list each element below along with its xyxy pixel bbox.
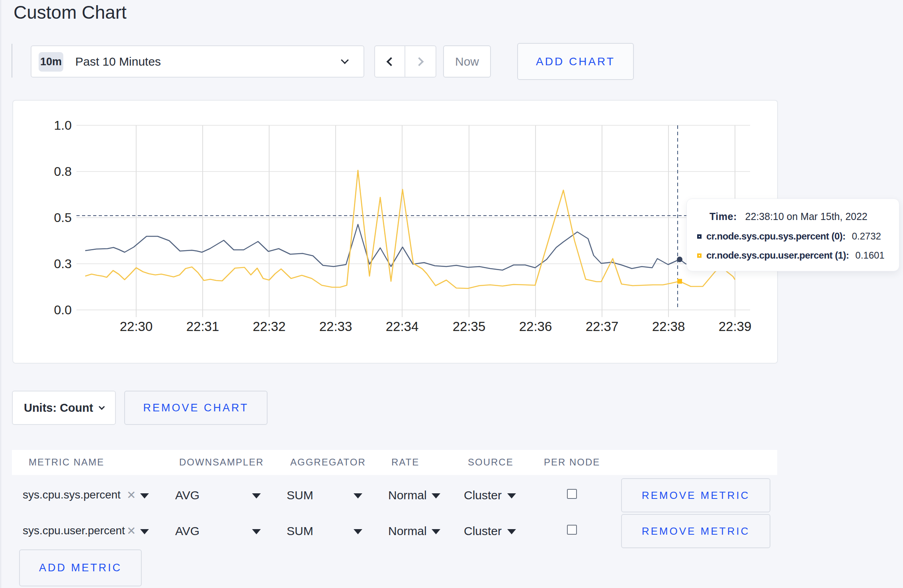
svg-text:0.0: 0.0: [54, 303, 72, 317]
svg-text:22:33: 22:33: [319, 319, 352, 334]
svg-text:0.5: 0.5: [54, 210, 72, 225]
svg-text:0.8: 0.8: [54, 164, 72, 179]
svg-text:22:38: 22:38: [652, 319, 685, 334]
svg-text:22:36: 22:36: [519, 319, 552, 334]
svg-text:22:37: 22:37: [586, 319, 619, 334]
svg-text:22:30: 22:30: [120, 319, 153, 334]
svg-text:22:34: 22:34: [386, 319, 419, 334]
svg-text:1.0: 1.0: [54, 118, 72, 132]
svg-text:22:32: 22:32: [253, 319, 286, 334]
svg-text:22:31: 22:31: [186, 319, 219, 334]
svg-text:22:35: 22:35: [453, 319, 486, 334]
svg-text:0.3: 0.3: [54, 257, 72, 271]
svg-text:22:39: 22:39: [719, 319, 752, 334]
